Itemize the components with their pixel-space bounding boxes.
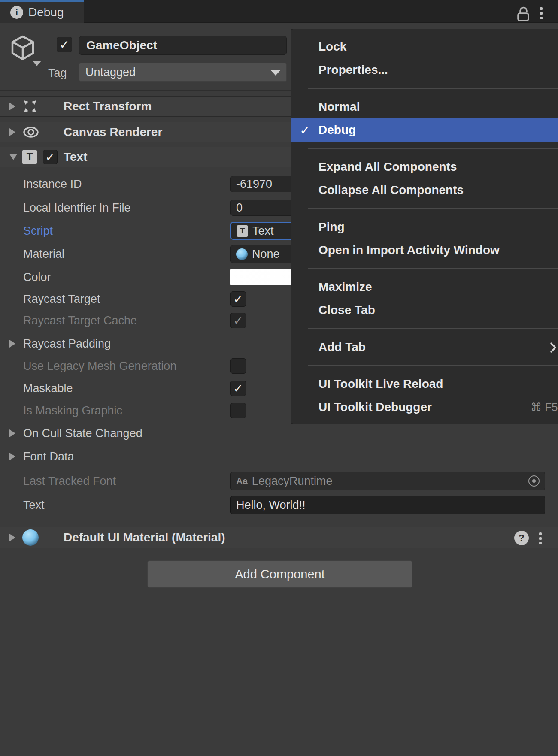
maskable-checkbox[interactable]: ✓ xyxy=(230,381,246,396)
menu-item-properties[interactable]: Properties... xyxy=(291,58,558,82)
object-picker-icon xyxy=(528,475,540,487)
kebab-menu-icon[interactable] xyxy=(539,532,542,544)
menu-item-normal[interactable]: Normal xyxy=(291,95,558,118)
unity-inspector-window: i Debug ✓ GameObject Tag Untagged xyxy=(0,0,558,756)
menu-item-maximize[interactable]: Maximize xyxy=(291,275,558,299)
foldout-collapsed-icon[interactable] xyxy=(9,128,15,136)
tag-label: Tag xyxy=(48,67,67,80)
icon-dropdown-arrow[interactable] xyxy=(33,61,41,66)
menu-item-ui-toolkit-debugger[interactable]: UI Toolkit Debugger ⌘ F5 xyxy=(291,396,558,419)
menu-separator xyxy=(291,262,558,275)
menu-item-add-tab[interactable]: Add Tab xyxy=(291,336,558,359)
material-sphere-icon xyxy=(236,248,248,260)
is-masking-graphic-checkbox: ✓ xyxy=(230,403,246,418)
add-component-button[interactable]: Add Component xyxy=(147,560,412,588)
dropdown-arrow-icon xyxy=(271,70,280,76)
foldout-collapsed-icon[interactable] xyxy=(9,453,15,460)
tag-dropdown[interactable]: Untagged xyxy=(79,63,287,82)
foldout-collapsed-icon[interactable] xyxy=(9,534,15,541)
menu-item-open-in-import-activity-window[interactable]: Open in Import Activity Window xyxy=(291,239,558,262)
material-sphere-icon xyxy=(22,529,39,546)
menu-item-collapse-all-components[interactable]: Collapse All Components xyxy=(291,178,558,202)
eye-icon xyxy=(22,124,39,140)
menu-separator xyxy=(291,322,558,336)
text-component-icon: T xyxy=(22,150,37,164)
use-legacy-mesh-checkbox: ✓ xyxy=(230,358,246,374)
tab-bar: i Debug xyxy=(0,0,558,23)
menu-separator xyxy=(291,82,558,95)
row-text-value: Text Hello, World!! xyxy=(0,496,558,514)
row-font-data[interactable]: Font Data xyxy=(0,448,558,465)
foldout-expanded-icon[interactable] xyxy=(9,154,17,160)
raycast-target-cache-checkbox: ✓ xyxy=(230,313,246,328)
gameobject-cube-icon xyxy=(9,34,36,62)
foldout-collapsed-icon[interactable] xyxy=(9,103,15,110)
kebab-menu-icon[interactable] xyxy=(540,7,543,19)
text-value-field[interactable]: Hello, World!! xyxy=(230,496,545,514)
shortcut-label: ⌘ F5 xyxy=(531,401,558,414)
gameobject-active-checkbox[interactable]: ✓ xyxy=(57,37,72,52)
component-header-default-ui-material[interactable]: Default UI Material (Material) ? xyxy=(0,527,558,548)
menu-item-ping[interactable]: Ping xyxy=(291,215,558,239)
foldout-collapsed-icon[interactable] xyxy=(9,429,15,437)
tab-context-menu: Lock Properties... Normal ✓ Debug Expand… xyxy=(291,29,558,424)
raycast-target-checkbox[interactable]: ✓ xyxy=(230,291,246,307)
menu-separator xyxy=(291,142,558,155)
menu-item-lock[interactable]: Lock xyxy=(291,35,558,58)
menu-item-expand-all-components[interactable]: Expand All Components xyxy=(291,155,558,178)
font-preview-icon: Aa xyxy=(236,476,248,486)
help-icon[interactable]: ? xyxy=(514,531,529,545)
info-icon: i xyxy=(10,6,23,19)
unlock-icon[interactable] xyxy=(516,6,530,22)
text-script-icon: T xyxy=(237,225,248,237)
text-enabled-checkbox[interactable]: ✓ xyxy=(43,150,58,164)
menu-separator xyxy=(291,202,558,215)
menu-item-close-tab[interactable]: Close Tab xyxy=(291,299,558,322)
rect-transform-icon xyxy=(22,99,38,114)
checkmark-icon: ✓ xyxy=(300,123,310,138)
foldout-collapsed-icon[interactable] xyxy=(9,340,15,348)
menu-item-debug[interactable]: ✓ Debug xyxy=(291,118,558,142)
menu-separator xyxy=(291,359,558,372)
row-on-cull-state-changed[interactable]: On Cull State Changed xyxy=(0,425,558,442)
submenu-arrow-icon xyxy=(549,342,557,354)
last-tracked-font-field: Aa LegacyRuntime xyxy=(230,472,545,490)
tab-title: Debug xyxy=(28,6,64,19)
gameobject-name-field[interactable]: GameObject xyxy=(79,36,287,55)
row-last-tracked-font: Last Tracked Font Aa LegacyRuntime xyxy=(0,472,558,490)
menu-item-ui-toolkit-live-reload[interactable]: UI Toolkit Live Reload xyxy=(291,372,558,396)
tab-debug[interactable]: i Debug xyxy=(0,0,84,23)
